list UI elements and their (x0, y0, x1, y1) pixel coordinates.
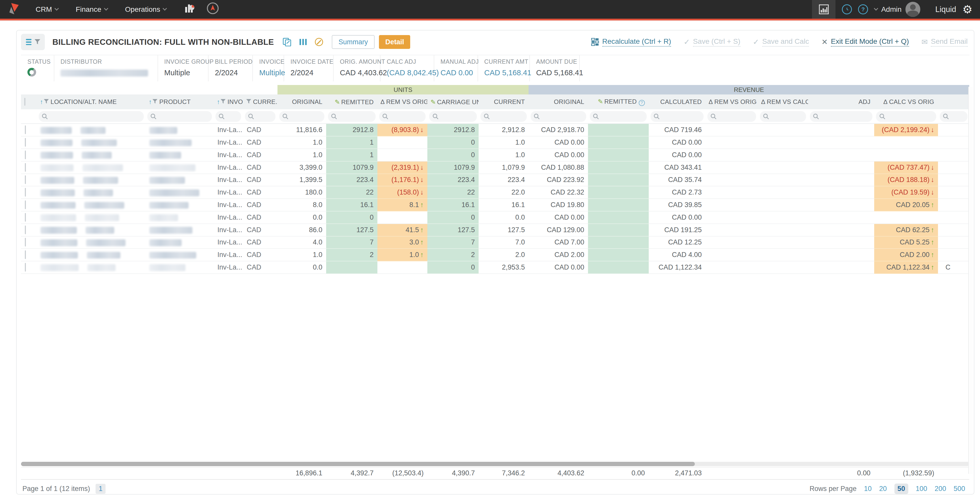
cell-u_rem[interactable]: 7 (326, 236, 377, 249)
copy-edit-icon[interactable] (283, 38, 291, 46)
row-checkbox[interactable] (25, 250, 26, 259)
page-size-500[interactable]: 500 (954, 485, 965, 493)
cell-u_carriage[interactable]: 0 (427, 136, 479, 149)
cell-r_rem[interactable] (588, 249, 649, 261)
row-checkbox[interactable] (25, 138, 26, 147)
cell-u_carriage[interactable]: 2 (427, 249, 479, 261)
cell-u_rem[interactable]: 223.4 (326, 174, 377, 186)
cell-u_rem[interactable]: 1079.9 (326, 161, 377, 174)
row-checkbox[interactable] (25, 175, 26, 184)
recalculate-button[interactable]: Recalculate (Ctrl + R) (591, 37, 671, 47)
column-filter-input[interactable] (147, 111, 212, 122)
exit-edit-mode-button[interactable]: ✕ Exit Edit Mode (Ctrl + Q) (821, 37, 909, 47)
cell-r_rem[interactable] (588, 174, 649, 186)
clear-filter-icon[interactable] (315, 38, 323, 46)
cell-u_rem[interactable]: 1 (326, 149, 377, 161)
column-filter-input[interactable] (328, 111, 375, 122)
user-menu[interactable]: Admin (875, 2, 920, 17)
column-header-u_curr[interactable]: CURRENT (479, 94, 528, 109)
column-header-adj[interactable]: ADJ (808, 94, 875, 109)
analytics-icon[interactable] (812, 0, 836, 19)
column-header-r_rem[interactable]: ✎REMITTED? (588, 94, 649, 109)
filter-funnel-icon[interactable] (35, 39, 40, 45)
cell-r_rem[interactable] (588, 161, 649, 174)
column-filter-input[interactable] (39, 111, 144, 122)
settings-gear-icon[interactable]: ⚙ (963, 4, 972, 15)
column-filter-input[interactable] (379, 111, 426, 122)
row-checkbox[interactable] (25, 163, 26, 172)
cell-u_carriage[interactable]: 1079.9 (427, 161, 479, 174)
column-filter-input[interactable] (651, 111, 703, 122)
column-header-r_calc[interactable]: CALCULATED (649, 94, 706, 109)
column-filter-input[interactable] (707, 111, 756, 122)
column-filter-input[interactable] (760, 111, 806, 122)
column-filter-input[interactable] (429, 111, 477, 122)
cell-u_carriage[interactable]: 0 (427, 261, 479, 274)
summary-field-value[interactable]: CAD 0.00 (441, 68, 473, 77)
column-filter-input[interactable] (480, 111, 527, 122)
column-header-r_orig[interactable]: ORIGINAL (528, 94, 588, 109)
column-chooser-icon[interactable] (299, 39, 307, 45)
help-icon[interactable]: ? (858, 4, 868, 14)
page-size-50[interactable]: 50 (894, 484, 908, 494)
horizontal-scrollbar-thumb[interactable] (21, 462, 695, 466)
summary-field-value[interactable]: CAD 5,168.41 (484, 68, 525, 77)
row-checkbox[interactable] (25, 151, 26, 159)
column-help-icon[interactable]: ? (639, 100, 645, 106)
row-checkbox[interactable] (25, 125, 26, 134)
page-size-20[interactable]: 20 (879, 485, 887, 493)
row-checkbox[interactable] (25, 225, 26, 234)
cell-u_rem[interactable]: 16.1 (326, 198, 377, 211)
column-header-invoice[interactable]: ↑INVO.. (214, 94, 243, 109)
cell-r_rem[interactable] (588, 186, 649, 198)
cell-r_rem[interactable] (588, 124, 649, 136)
nav-menu-operations[interactable]: Operations (116, 0, 175, 19)
row-checkbox[interactable] (25, 213, 26, 222)
column-filter-input[interactable] (590, 111, 647, 122)
vertical-scrollbar[interactable] (968, 87, 972, 474)
cell-u_rem[interactable]: 2912.8 (326, 124, 377, 136)
page-size-100[interactable]: 100 (916, 485, 927, 493)
app-logo-icon[interactable] (9, 3, 19, 16)
history-clock-icon[interactable] (842, 4, 852, 14)
cell-u_carriage[interactable]: 2912.8 (427, 124, 479, 136)
cell-u_carriage[interactable]: 223.4 (427, 174, 479, 186)
column-header-product[interactable]: ↑PRODUCT (146, 94, 214, 109)
cell-u_carriage[interactable]: 7 (427, 236, 479, 249)
horizontal-scrollbar[interactable] (21, 462, 969, 466)
cell-u_rem[interactable]: 1 (326, 136, 377, 149)
cell-r_rem[interactable] (588, 224, 649, 236)
column-filter-input[interactable] (279, 111, 325, 122)
cell-r_rem[interactable] (588, 149, 649, 161)
column-header-u_orig[interactable]: ORIGINAL (277, 94, 326, 109)
summary-field-value[interactable]: (CAD 8,042.45) (387, 68, 429, 77)
row-checkbox[interactable] (25, 238, 26, 246)
cell-u_carriage[interactable]: 16.1 (427, 198, 479, 211)
column-header-r_d_rc[interactable]: Δ REM VS CALC (758, 94, 808, 109)
row-checkbox[interactable] (25, 263, 26, 271)
cell-u_carriage[interactable]: 0 (427, 149, 479, 161)
column-filter-input[interactable] (810, 111, 872, 122)
column-header-u_rem[interactable]: ✎REMITTED (326, 94, 377, 109)
page-size-10[interactable]: 10 (864, 485, 872, 493)
column-header-r_d_ro[interactable]: Δ REM VS ORIG (706, 94, 758, 109)
column-filter-input[interactable] (531, 111, 586, 122)
nav-menu-finance[interactable]: Finance (67, 0, 116, 19)
cell-r_rem[interactable] (588, 261, 649, 274)
cell-u_carriage[interactable]: 127.5 (427, 224, 479, 236)
column-header-u_carriage[interactable]: ✎CARRIAGE UN... (427, 94, 479, 109)
save-and-calc-button[interactable]: ✓ Save and Calc (753, 37, 809, 47)
page-size-200[interactable]: 200 (935, 485, 946, 493)
summary-field-value[interactable]: Multiple (259, 68, 279, 77)
page-number-button[interactable]: 1 (95, 484, 105, 494)
column-filter-input[interactable] (215, 111, 241, 122)
cell-u_rem[interactable]: 127.5 (326, 224, 377, 236)
column-header-currency[interactable]: CURRE... (243, 94, 277, 109)
column-header-u_delta[interactable]: Δ REM VS ORIG (377, 94, 427, 109)
column-filter-input[interactable] (245, 111, 276, 122)
cell-r_rem[interactable] (588, 236, 649, 249)
cell-r_rem[interactable] (588, 211, 649, 224)
nav-menu-crm[interactable]: CRM (27, 0, 67, 19)
row-checkbox[interactable] (25, 200, 26, 209)
grid-menu-chip[interactable] (21, 34, 45, 50)
